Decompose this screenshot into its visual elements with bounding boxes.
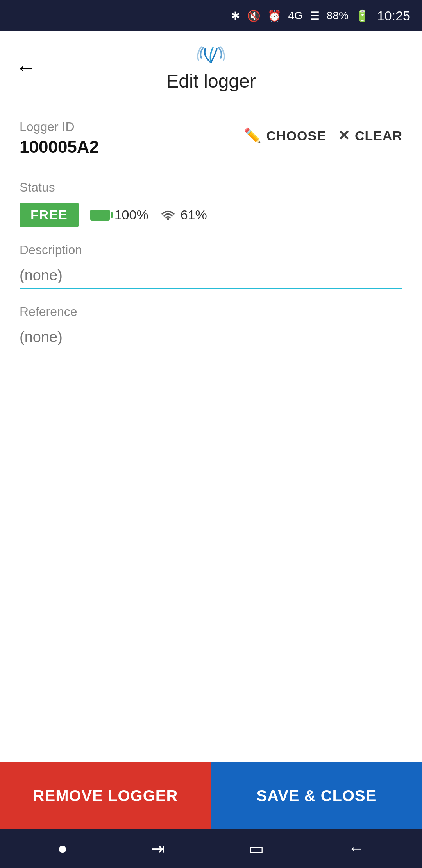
bluetooth-icon: ✱ <box>231 9 240 22</box>
battery-percent: 88% <box>327 9 349 22</box>
battery-icon: 🔋 <box>356 9 369 22</box>
status-row: FREE 100% 61% <box>20 203 402 227</box>
logger-id-label: Logger ID <box>20 120 99 134</box>
status-section: Status FREE 100% <box>20 180 402 227</box>
alarm-icon: ⏰ <box>268 9 281 22</box>
logger-id-section: Logger ID 100005A2 ✏️ CHOOSE ✕ CLEAR <box>20 120 402 165</box>
battery-status: 100% <box>90 207 148 222</box>
status-time: 10:25 <box>377 8 410 23</box>
app-header: ← Edit logger <box>0 31 422 104</box>
header-center: Edit logger <box>166 43 256 92</box>
app-logo <box>195 43 227 66</box>
nav-overview-icon[interactable]: ▭ <box>249 839 264 858</box>
battery-level-icon <box>90 210 110 221</box>
logger-id-actions: ✏️ CHOOSE ✕ CLEAR <box>244 127 402 144</box>
wifi-value: 61% <box>181 207 207 222</box>
status-icons: ✱ 🔇 ⏰ 4G ☰ 88% 🔋 <box>231 9 369 22</box>
logger-id-left: Logger ID 100005A2 <box>20 120 99 157</box>
page-title: Edit logger <box>166 70 256 92</box>
back-button[interactable]: ← <box>16 56 36 79</box>
main-content: Logger ID 100005A2 ✏️ CHOOSE ✕ CLEAR Sta… <box>0 104 422 762</box>
description-section: Description <box>20 243 402 289</box>
network-icon: 4G <box>288 9 303 22</box>
reference-input[interactable] <box>20 325 402 350</box>
status-label: Status <box>20 180 402 195</box>
reference-section: Reference <box>20 305 402 350</box>
save-close-button[interactable]: SAVE & CLOSE <box>211 762 422 829</box>
nav-bar: ● ⇥ ▭ ← <box>0 829 422 868</box>
close-icon: ✕ <box>338 127 350 144</box>
logger-id-value: 100005A2 <box>20 137 99 157</box>
wifi-status: 61% <box>160 207 207 223</box>
wifi-icon <box>160 207 176 223</box>
free-badge: FREE <box>20 203 79 227</box>
clear-label: CLEAR <box>355 128 402 143</box>
description-label: Description <box>20 243 402 257</box>
choose-label: CHOOSE <box>266 128 326 143</box>
svg-point-0 <box>167 218 169 220</box>
signal-bars: ☰ <box>310 9 320 22</box>
nav-home-icon[interactable]: ● <box>57 839 67 858</box>
nav-back-icon[interactable]: ← <box>348 839 365 858</box>
description-input[interactable] <box>20 263 402 289</box>
remove-logger-button[interactable]: REMOVE LOGGER <box>0 762 211 829</box>
bottom-buttons: REMOVE LOGGER SAVE & CLOSE <box>0 762 422 829</box>
status-bar: ✱ 🔇 ⏰ 4G ☰ 88% 🔋 10:25 <box>0 0 422 31</box>
reference-label: Reference <box>20 305 402 319</box>
nav-recent-icon[interactable]: ⇥ <box>151 839 165 858</box>
battery-value: 100% <box>114 207 148 222</box>
pencil-icon: ✏️ <box>244 127 262 144</box>
clear-button[interactable]: ✕ CLEAR <box>338 127 402 144</box>
mute-icon: 🔇 <box>247 9 261 22</box>
choose-button[interactable]: ✏️ CHOOSE <box>244 127 326 144</box>
